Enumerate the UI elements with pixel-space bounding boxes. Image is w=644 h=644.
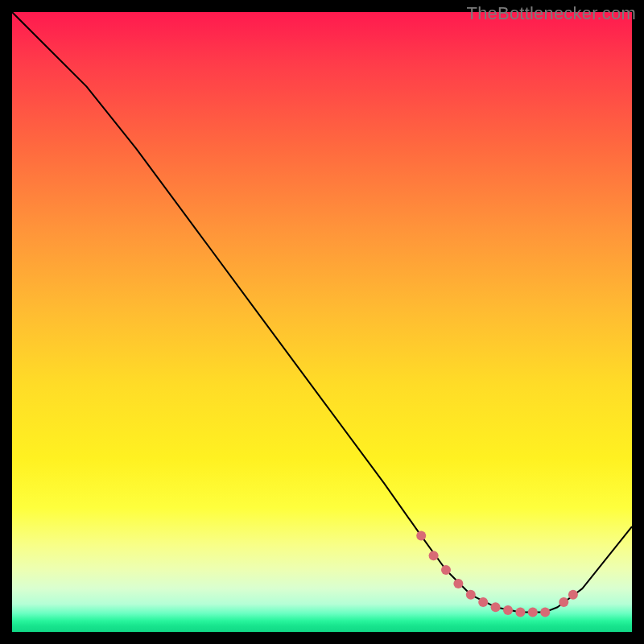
bottleneck-curve xyxy=(12,12,632,612)
plot-area xyxy=(12,12,632,632)
curve-marker xyxy=(429,551,439,560)
curve-marker xyxy=(478,597,488,607)
curve-marker xyxy=(503,605,513,615)
curve-markers xyxy=(416,531,578,617)
curve-marker xyxy=(559,597,568,607)
curve-marker xyxy=(540,607,550,617)
curve-marker xyxy=(416,531,426,541)
attribution-label: TheBottlenecker.com xyxy=(467,3,636,24)
curve-marker xyxy=(491,602,501,612)
curve-marker xyxy=(515,607,525,617)
curve-marker xyxy=(453,579,463,588)
curve-marker xyxy=(441,565,451,575)
chart-svg xyxy=(12,12,632,632)
curve-marker xyxy=(528,607,538,617)
curve-marker xyxy=(568,590,578,600)
chart-stage: TheBottlenecker.com xyxy=(0,0,644,644)
curve-marker xyxy=(466,590,476,600)
